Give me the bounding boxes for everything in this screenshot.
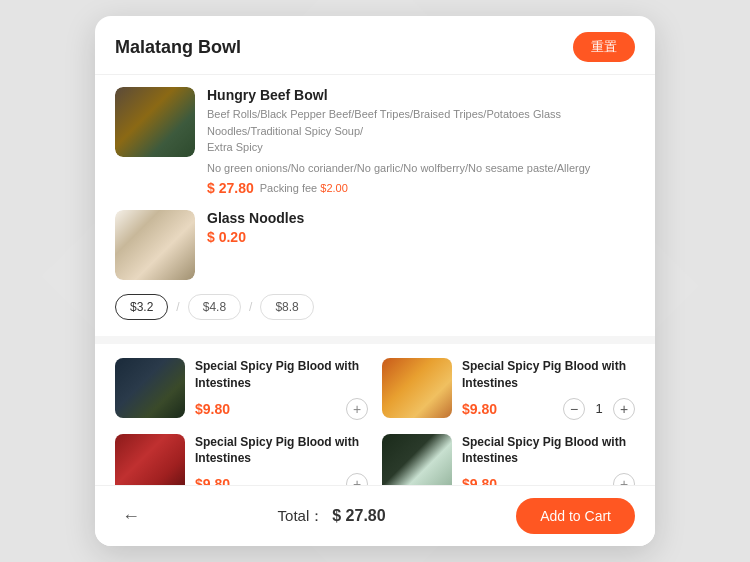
product3-image xyxy=(115,434,185,485)
total-label: Total： xyxy=(278,507,325,526)
modal-header: Malatang Bowl 重置 xyxy=(95,16,655,75)
section-divider xyxy=(95,336,655,344)
item1-name: Hungry Beef Bowl xyxy=(207,87,635,103)
item1-description: Beef Rolls/Black Pepper Beef/Beef Tripes… xyxy=(207,106,635,156)
product-card-2: Special Spicy Pig Blood with Intestines … xyxy=(382,358,635,420)
size-divider-1: / xyxy=(176,300,179,314)
product4-price: $9.80 xyxy=(462,476,497,485)
product3-price-row: $9.80 + xyxy=(195,473,368,485)
product4-info: Special Spicy Pig Blood with Intestines … xyxy=(462,434,635,485)
product2-quantity-control: − 1 + xyxy=(563,398,635,420)
product1-info: Special Spicy Pig Blood with Intestines … xyxy=(195,358,368,420)
item1-allergy: No green onions/No coriander/No garlic/N… xyxy=(207,160,635,177)
product1-add-button[interactable]: + xyxy=(346,398,368,420)
product3-name: Special Spicy Pig Blood with Intestines xyxy=(195,434,368,468)
modal-container: Malatang Bowl 重置 Hungry Beef Bowl Beef R… xyxy=(95,16,655,546)
item2-image xyxy=(115,210,195,280)
size-divider-2: / xyxy=(249,300,252,314)
product3-price: $9.80 xyxy=(195,476,230,485)
product2-decrease-button[interactable]: − xyxy=(563,398,585,420)
product4-name: Special Spicy Pig Blood with Intestines xyxy=(462,434,635,468)
product2-image xyxy=(382,358,452,418)
product2-quantity: 1 xyxy=(591,401,607,416)
size-selector: $3.2 / $4.8 / $8.8 xyxy=(115,294,635,320)
order-item-1: Hungry Beef Bowl Beef Rolls/Black Pepper… xyxy=(115,87,635,196)
product4-add-button[interactable]: + xyxy=(613,473,635,485)
item1-info: Hungry Beef Bowl Beef Rolls/Black Pepper… xyxy=(207,87,635,196)
size-option-1[interactable]: $3.2 xyxy=(115,294,168,320)
product-card-3-top: Special Spicy Pig Blood with Intestines … xyxy=(115,434,368,485)
product-card-1-top: Special Spicy Pig Blood with Intestines … xyxy=(115,358,368,420)
reset-button[interactable]: 重置 xyxy=(573,32,635,62)
product2-price: $9.80 xyxy=(462,401,497,417)
item2-price-row: $ 0.20 xyxy=(207,229,635,245)
total-amount: $ 27.80 xyxy=(332,507,385,525)
back-button[interactable]: ← xyxy=(115,500,147,532)
item1-price: $ 27.80 xyxy=(207,180,254,196)
product1-price: $9.80 xyxy=(195,401,230,417)
product-card-4: Special Spicy Pig Blood with Intestines … xyxy=(382,434,635,485)
product1-price-row: $9.80 + xyxy=(195,398,368,420)
size-option-2[interactable]: $4.8 xyxy=(188,294,241,320)
product-card-2-top: Special Spicy Pig Blood with Intestines … xyxy=(382,358,635,420)
modal-title: Malatang Bowl xyxy=(115,37,241,58)
product4-image xyxy=(382,434,452,485)
item1-packing-fee: Packing fee $2.00 xyxy=(260,182,348,194)
add-to-cart-button[interactable]: Add to Cart xyxy=(516,498,635,534)
product2-info: Special Spicy Pig Blood with Intestines … xyxy=(462,358,635,420)
modal-body: Hungry Beef Bowl Beef Rolls/Black Pepper… xyxy=(95,75,655,485)
size-option-3[interactable]: $8.8 xyxy=(260,294,313,320)
item1-image xyxy=(115,87,195,157)
total-section: Total： $ 27.80 xyxy=(278,507,386,526)
product1-name: Special Spicy Pig Blood with Intestines xyxy=(195,358,368,392)
product-grid: Special Spicy Pig Blood with Intestines … xyxy=(115,358,635,485)
product-card-4-top: Special Spicy Pig Blood with Intestines … xyxy=(382,434,635,485)
product-card-1: Special Spicy Pig Blood with Intestines … xyxy=(115,358,368,420)
order-item-2: Glass Noodles $ 0.20 xyxy=(115,210,635,280)
product1-image xyxy=(115,358,185,418)
modal-footer: ← Total： $ 27.80 Add to Cart xyxy=(95,485,655,546)
item2-price: $ 0.20 xyxy=(207,229,246,245)
product2-price-row: $9.80 − 1 + xyxy=(462,398,635,420)
product-card-3: Special Spicy Pig Blood with Intestines … xyxy=(115,434,368,485)
product3-add-button[interactable]: + xyxy=(346,473,368,485)
product2-increase-button[interactable]: + xyxy=(613,398,635,420)
item2-name: Glass Noodles xyxy=(207,210,635,226)
product4-price-row: $9.80 + xyxy=(462,473,635,485)
item1-price-row: $ 27.80 Packing fee $2.00 xyxy=(207,180,635,196)
product3-info: Special Spicy Pig Blood with Intestines … xyxy=(195,434,368,485)
item2-info: Glass Noodles $ 0.20 xyxy=(207,210,635,280)
product2-name: Special Spicy Pig Blood with Intestines xyxy=(462,358,635,392)
